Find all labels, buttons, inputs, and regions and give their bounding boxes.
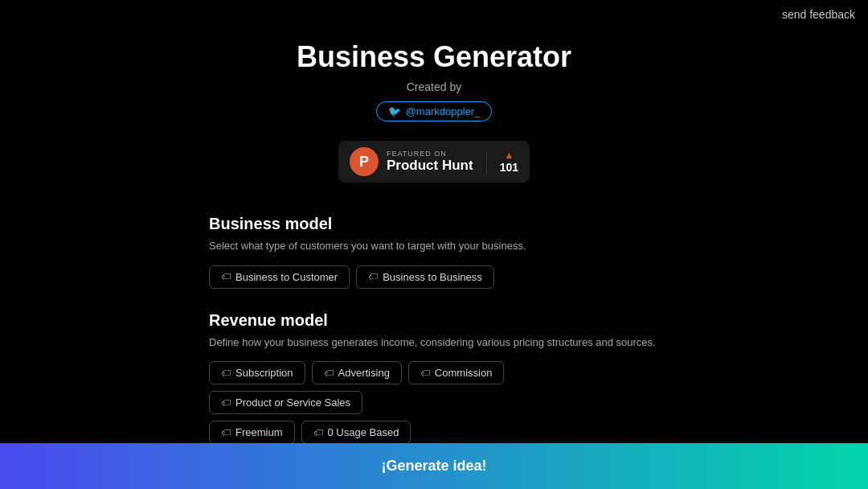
option-advertising[interactable]: 🏷 Advertising (312, 361, 402, 384)
revenue-model-section: Revenue model Define how your business g… (209, 311, 659, 445)
page-title: Business Generator (297, 40, 571, 74)
revenue-model-options-row2: 🏷 Freemium 🏷 0 Usage Based (209, 421, 659, 444)
upvote-arrow-icon: ▲ (504, 150, 514, 161)
created-by-label: Created by (407, 80, 461, 93)
freemium-label: Freemium (235, 426, 283, 438)
subscription-icon: 🏷 (221, 368, 231, 379)
option-commission[interactable]: 🏷 Commission (408, 361, 505, 384)
product-service-label: Product or Service Sales (235, 397, 350, 409)
main-content: Business Generator Created by 🐦 @markdop… (0, 0, 868, 489)
option-product-service-sales[interactable]: 🏷 Product or Service Sales (209, 391, 362, 414)
commission-icon: 🏷 (420, 368, 430, 379)
business-model-options: 🏷 Business to Customer 🏷 Business to Bus… (209, 265, 659, 289)
product-hunt-featured-label: FEATURED ON (387, 150, 473, 158)
send-feedback-text: send feedback (782, 8, 855, 21)
advertising-icon: 🏷 (324, 368, 334, 379)
option-business-to-business[interactable]: 🏷 Business to Business (356, 265, 494, 289)
generate-idea-button[interactable]: ¡Generate idea! (0, 443, 868, 489)
business-model-description: Select what type of customers you want t… (209, 238, 659, 254)
usage-based-label: 0 Usage Based (328, 426, 399, 438)
send-feedback-link[interactable]: send feedback (769, 0, 868, 29)
vote-count: 101 (500, 161, 518, 174)
option-business-to-customer[interactable]: 🏷 Business to Customer (209, 265, 350, 289)
b2b-label: Business to Business (383, 271, 482, 283)
product-hunt-name: Product Hunt (387, 158, 473, 174)
option-usage-based[interactable]: 🏷 0 Usage Based (301, 421, 411, 444)
generate-idea-label: ¡Generate idea! (381, 458, 486, 474)
product-hunt-text: FEATURED ON Product Hunt (387, 150, 473, 174)
b2b-icon: 🏷 (368, 271, 378, 282)
twitter-link[interactable]: 🐦 @markdoppler_ (376, 101, 493, 121)
product-hunt-badge[interactable]: P FEATURED ON Product Hunt ▲ 101 (338, 141, 530, 183)
b2c-icon: 🏷 (221, 271, 231, 282)
advertising-label: Advertising (338, 367, 390, 379)
commission-label: Commission (435, 367, 493, 379)
revenue-model-options: 🏷 Subscription 🏷 Advertising 🏷 Commissio… (209, 361, 659, 414)
option-freemium[interactable]: 🏷 Freemium (209, 421, 295, 444)
option-subscription[interactable]: 🏷 Subscription (209, 361, 305, 384)
product-hunt-votes: ▲ 101 (486, 150, 518, 174)
revenue-model-title: Revenue model (209, 311, 659, 330)
business-model-section: Business model Select what type of custo… (209, 215, 659, 289)
subscription-label: Subscription (235, 367, 293, 379)
product-service-icon: 🏷 (221, 397, 231, 409)
usage-based-icon: 🏷 (313, 427, 323, 438)
twitter-handle: @markdoppler_ (406, 105, 481, 117)
b2c-label: Business to Customer (235, 271, 338, 283)
business-model-title: Business model (209, 215, 659, 233)
product-hunt-logo: P (350, 147, 379, 176)
revenue-model-description: Define how your business generates incom… (209, 335, 659, 351)
freemium-icon: 🏷 (221, 427, 231, 438)
twitter-icon: 🐦 (388, 105, 401, 117)
